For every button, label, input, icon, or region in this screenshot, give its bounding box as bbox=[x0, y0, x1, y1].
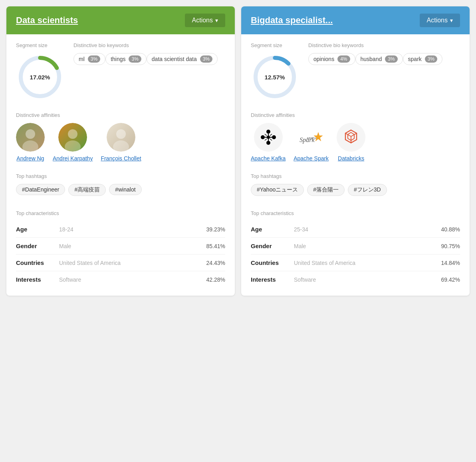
donut-chart: 17.02% bbox=[16, 53, 64, 101]
segment-value: 17.02% bbox=[30, 74, 50, 81]
affinities-row: Andrew Ng Andrej Karpathy François Choll… bbox=[16, 123, 225, 162]
affinity-item[interactable]: Andrew Ng bbox=[16, 123, 45, 162]
characteristic-value: Software bbox=[59, 276, 203, 283]
affinity-item[interactable]: Databricks bbox=[337, 123, 365, 162]
hashtag-chip[interactable]: #高端疫苗 bbox=[68, 184, 106, 196]
card-bigdata-specialist: Bigdata specialist...ActionsSegment size… bbox=[241, 6, 470, 296]
characteristic-percentage: 14.84% bbox=[441, 260, 460, 266]
card-data-scientists: Data scientistsActionsSegment size 17.02… bbox=[6, 6, 235, 296]
hashtags-label: Top hashtags bbox=[251, 173, 460, 179]
keyword-badge: 3% bbox=[200, 55, 212, 63]
svg-line-28 bbox=[270, 139, 272, 140]
svg-point-16 bbox=[266, 130, 270, 134]
segment-value: 12.57% bbox=[265, 74, 285, 81]
card-header: Bigdata specialist...Actions bbox=[241, 6, 470, 34]
characteristics-label: Top characteristics bbox=[16, 210, 225, 216]
hashtag-chip[interactable]: #winalot bbox=[109, 184, 141, 195]
keyword-badge: 3% bbox=[385, 55, 397, 63]
keyword-badge: 4% bbox=[337, 55, 350, 63]
characteristic-value: United States of America bbox=[59, 260, 203, 266]
affinity-logo bbox=[58, 123, 87, 152]
characteristic-value: 18-24 bbox=[59, 226, 203, 233]
segment-label: Segment size bbox=[251, 42, 299, 48]
characteristic-row: Age25-3440.88% bbox=[251, 221, 460, 238]
hashtag-chip[interactable]: #落合陽一 bbox=[307, 184, 345, 196]
characteristic-label: Interests bbox=[16, 276, 56, 283]
affinities-row: Apache Kafka APACHE Spark Apache Spark D… bbox=[251, 123, 460, 162]
keywords-label: Distinctive bio keywords bbox=[73, 42, 225, 48]
keyword-text: ml bbox=[79, 56, 85, 62]
affinity-logo bbox=[16, 123, 45, 152]
affinity-logo bbox=[107, 123, 135, 152]
keyword-text: data scientist data bbox=[152, 56, 197, 62]
affinity-name: Apache Spark bbox=[294, 155, 329, 162]
keyword-text: husband bbox=[361, 56, 382, 62]
characteristic-percentage: 85.41% bbox=[206, 243, 225, 249]
card-title[interactable]: Bigdata specialist... bbox=[251, 15, 333, 26]
keywords-column: Distinctive bio keywordsml3%things3%data… bbox=[73, 42, 225, 68]
characteristic-label: Age bbox=[16, 226, 56, 233]
hashtag-chip[interactable]: #Yahooニュース bbox=[251, 184, 304, 196]
segment-column: Segment size 12.57% bbox=[251, 42, 299, 101]
characteristic-percentage: 69.42% bbox=[441, 276, 460, 283]
affinity-item[interactable]: Apache Kafka bbox=[251, 123, 286, 162]
actions-button[interactable]: Actions bbox=[185, 14, 225, 27]
characteristics-section: Top characteristicsAge18-2439.23%GenderM… bbox=[16, 210, 225, 288]
affinity-item[interactable]: APACHE Spark Apache Spark bbox=[294, 123, 329, 162]
characteristics-section: Top characteristicsAge25-3440.88%GenderM… bbox=[251, 210, 460, 288]
characteristic-row: InterestsSoftware69.42% bbox=[251, 271, 460, 288]
keyword-text: opinions bbox=[313, 56, 334, 62]
affinities-section: Distinctive affinities Andrew Ng Andrej … bbox=[16, 112, 225, 162]
characteristic-label: Gender bbox=[16, 243, 56, 249]
characteristic-label: Gender bbox=[251, 243, 291, 249]
characteristic-value: Male bbox=[59, 243, 203, 249]
characteristic-row: Age18-2439.23% bbox=[16, 221, 225, 238]
card-title[interactable]: Data scientists bbox=[16, 15, 78, 26]
keyword-chip: things3% bbox=[105, 53, 147, 65]
affinity-logo bbox=[254, 123, 283, 152]
keywords-column: Distinctive bio keywordsopinions4%husban… bbox=[308, 42, 460, 68]
characteristic-row: CountriesUnited States of America14.84% bbox=[251, 255, 460, 271]
characteristic-percentage: 42.28% bbox=[206, 276, 225, 283]
svg-point-20 bbox=[267, 136, 270, 139]
card-header: Data scientistsActions bbox=[6, 6, 235, 34]
characteristic-value: Male bbox=[294, 243, 438, 249]
donut-chart: 12.57% bbox=[251, 53, 299, 101]
svg-point-8 bbox=[68, 129, 77, 139]
affinity-logo: APACHE Spark bbox=[297, 123, 325, 152]
card-body: Segment size 17.02%Distinctive bio keywo… bbox=[6, 34, 235, 296]
keyword-badge: 3% bbox=[425, 55, 437, 63]
characteristic-label: Countries bbox=[16, 259, 56, 266]
hashtags-section: Top hashtags#DataEngineer#高端疫苗#winalot bbox=[16, 173, 225, 199]
affinities-label: Distinctive affinities bbox=[251, 112, 460, 118]
svg-point-4 bbox=[26, 129, 35, 139]
affinity-name: Andrew Ng bbox=[16, 155, 44, 162]
svg-text:Spark: Spark bbox=[299, 136, 315, 144]
affinity-name: Apache Kafka bbox=[251, 155, 286, 162]
hashtag-chip[interactable]: #フレン3D bbox=[348, 184, 387, 196]
characteristic-percentage: 24.43% bbox=[206, 260, 225, 266]
characteristic-row: GenderMale90.75% bbox=[251, 238, 460, 255]
affinity-name: Andrej Karpathy bbox=[53, 155, 93, 162]
keyword-chip: spark3% bbox=[403, 53, 443, 65]
characteristic-value: 25-34 bbox=[294, 226, 438, 233]
svg-line-27 bbox=[265, 139, 267, 140]
characteristic-value: Software bbox=[294, 276, 438, 283]
svg-point-18 bbox=[261, 135, 265, 139]
svg-point-12 bbox=[116, 129, 126, 139]
affinity-item[interactable]: François Chollet bbox=[101, 123, 141, 162]
affinity-item[interactable]: Andrej Karpathy bbox=[53, 123, 93, 162]
svg-line-25 bbox=[265, 134, 267, 136]
keyword-chip: opinions4% bbox=[308, 53, 355, 65]
hashtag-chip[interactable]: #DataEngineer bbox=[16, 184, 65, 195]
characteristic-row: GenderMale85.41% bbox=[16, 238, 225, 255]
svg-line-26 bbox=[270, 134, 272, 136]
characteristic-label: Countries bbox=[251, 259, 291, 266]
keyword-chip: data scientist data3% bbox=[147, 53, 218, 65]
keyword-text: things bbox=[111, 56, 125, 62]
actions-button[interactable]: Actions bbox=[420, 14, 460, 27]
main-container: Data scientistsActionsSegment size 17.02… bbox=[6, 6, 470, 296]
svg-point-17 bbox=[266, 141, 270, 145]
hashtags-label: Top hashtags bbox=[16, 173, 225, 179]
keyword-text: spark bbox=[408, 56, 422, 62]
